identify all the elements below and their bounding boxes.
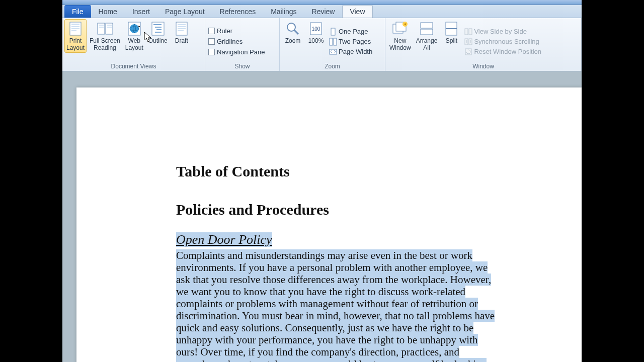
one-page-label: One Page <box>339 28 368 35</box>
tab-view[interactable]: View <box>342 5 372 18</box>
hundred-percent-label: 100% <box>308 37 324 44</box>
tab-references[interactable]: References <box>212 5 264 18</box>
ribbon: Print Layout Full Screen Reading Web Lay… <box>62 18 582 71</box>
hundred-percent-button[interactable]: 100 100% <box>305 19 327 46</box>
one-page-icon <box>329 28 337 36</box>
svg-rect-18 <box>155 32 162 33</box>
draft-icon <box>174 21 190 37</box>
title-bar <box>62 0 582 5</box>
sync-scroll-icon <box>464 38 472 46</box>
new-window-label: New Window <box>389 37 411 51</box>
svg-rect-22 <box>178 28 186 29</box>
draft-button[interactable]: Draft <box>171 19 193 46</box>
group-window-label: Window <box>387 63 579 70</box>
svg-rect-8 <box>107 25 112 26</box>
zoom-icon <box>285 21 301 37</box>
zoom-label: Zoom <box>285 37 301 44</box>
two-pages-icon <box>329 38 337 46</box>
heading-open-door: Open Door Policy <box>176 232 272 247</box>
svg-rect-2 <box>71 26 79 27</box>
tab-home[interactable]: Home <box>91 5 125 18</box>
open-door-body: Complaints and misunderstandings may ari… <box>176 249 495 362</box>
gridlines-label: Gridlines <box>217 38 243 45</box>
tab-mailings[interactable]: Mailings <box>263 5 304 18</box>
svg-rect-9 <box>99 27 104 28</box>
svg-rect-7 <box>99 25 104 26</box>
svg-rect-37 <box>421 29 433 35</box>
svg-rect-14 <box>152 22 164 35</box>
svg-rect-36 <box>421 23 433 28</box>
full-screen-reading-button[interactable]: Full Screen Reading <box>88 19 122 53</box>
heading-policies: Policies and Procedures <box>176 201 496 218</box>
checkbox-icon <box>208 49 215 55</box>
tab-page-layout[interactable]: Page Layout <box>157 5 212 18</box>
svg-rect-23 <box>178 30 184 31</box>
group-show-label: Show <box>207 63 277 70</box>
document-area[interactable]: Table of Contents Policies and Procedure… <box>62 71 582 362</box>
print-layout-label: Print Layout <box>66 37 85 51</box>
svg-rect-1 <box>71 24 79 25</box>
draft-label: Draft <box>175 37 188 44</box>
arrange-all-label: Arrange All <box>416 37 438 51</box>
print-layout-icon <box>67 21 84 37</box>
gridlines-checkbox[interactable]: Gridlines <box>207 36 266 47</box>
svg-rect-30 <box>334 38 337 45</box>
ruler-checkbox[interactable]: Ruler <box>207 26 266 36</box>
side-by-side-icon <box>464 28 472 36</box>
svg-rect-3 <box>71 28 79 29</box>
tab-file[interactable]: File <box>64 5 91 18</box>
tab-review[interactable]: Review <box>304 5 343 18</box>
svg-rect-15 <box>153 24 162 25</box>
svg-rect-40 <box>465 29 468 35</box>
zoom-button[interactable]: Zoom <box>282 19 304 46</box>
svg-rect-41 <box>469 29 472 35</box>
new-window-icon: ✶ <box>392 21 408 37</box>
svg-rect-16 <box>155 27 162 28</box>
group-document-views-label: Document Views <box>64 63 203 70</box>
two-pages-button[interactable]: Two Pages <box>328 37 373 47</box>
split-label: Split <box>446 37 457 44</box>
svg-line-25 <box>294 30 298 34</box>
tab-insert[interactable]: Insert <box>125 5 157 18</box>
outline-button[interactable]: Outline <box>146 19 170 46</box>
web-layout-label: Web Layout <box>125 37 143 51</box>
hundred-percent-icon: 100 <box>308 21 324 37</box>
reset-window-position-button: Reset Window Position <box>463 47 542 57</box>
reset-position-label: Reset Window Position <box>474 48 541 55</box>
synchronous-scrolling-button: Synchronous Scrolling <box>463 37 542 47</box>
group-show: Ruler Gridlines Navigation Pane Show <box>205 18 280 71</box>
svg-rect-10 <box>107 27 112 28</box>
svg-text:100: 100 <box>312 26 320 32</box>
navigation-pane-checkbox[interactable]: Navigation Pane <box>207 47 266 57</box>
side-by-side-label: View Side by Side <box>474 28 527 35</box>
svg-rect-29 <box>330 38 333 45</box>
group-zoom-label: Zoom <box>282 63 383 70</box>
outline-icon <box>150 21 166 37</box>
checkbox-icon <box>208 28 215 34</box>
nav-pane-label: Navigation Pane <box>217 48 265 56</box>
two-pages-label: Two Pages <box>339 38 371 45</box>
reset-position-icon <box>464 48 472 56</box>
page: Table of Contents Policies and Procedure… <box>76 87 582 362</box>
page-width-icon <box>329 48 337 56</box>
split-button[interactable]: Split <box>440 19 462 46</box>
ribbon-tabs: File Home Insert Page Layout References … <box>62 5 582 18</box>
heading-toc: Table of Contents <box>176 163 496 180</box>
arrange-all-icon <box>419 21 435 37</box>
page-width-button[interactable]: Page Width <box>328 47 373 57</box>
split-icon <box>443 21 459 37</box>
svg-rect-20 <box>178 24 186 25</box>
svg-point-24 <box>287 23 295 31</box>
svg-point-12 <box>130 24 139 33</box>
page-width-label: Page Width <box>339 48 372 55</box>
web-layout-button[interactable]: Web Layout <box>123 19 145 53</box>
group-document-views: Print Layout Full Screen Reading Web Lay… <box>62 18 205 71</box>
sync-scroll-label: Synchronous Scrolling <box>474 38 539 45</box>
full-screen-reading-label: Full Screen Reading <box>90 37 120 51</box>
ruler-label: Ruler <box>217 27 232 35</box>
print-layout-button[interactable]: Print Layout <box>64 19 87 53</box>
outline-label: Outline <box>148 37 168 44</box>
arrange-all-button[interactable]: Arrange All <box>414 19 440 53</box>
new-window-button[interactable]: ✶ New Window <box>387 19 413 53</box>
one-page-button[interactable]: One Page <box>328 27 373 37</box>
